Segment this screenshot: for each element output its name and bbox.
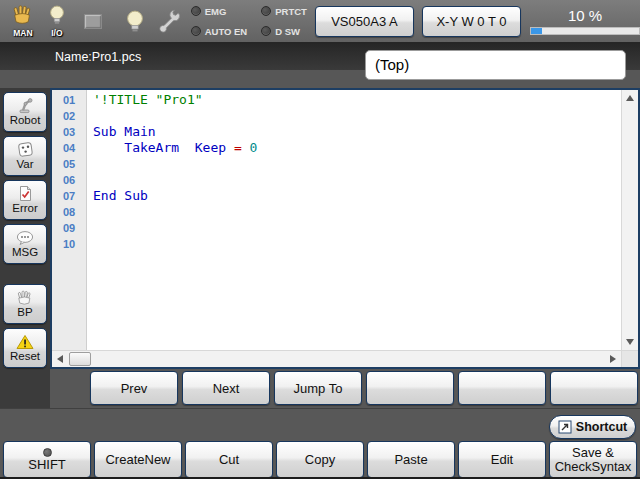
- code-line: Sub Main: [93, 124, 621, 140]
- indicator-auto-en: AUTO EN: [191, 24, 248, 38]
- led-icon: [261, 6, 271, 16]
- sidebar-item-var[interactable]: Var: [3, 136, 47, 176]
- indicator-label: AUTO EN: [205, 26, 248, 37]
- speed-bar-fill: [531, 28, 542, 34]
- code-segment: TakeArm Keep: [93, 140, 234, 155]
- scroll-right-icon[interactable]: [610, 355, 616, 363]
- code-segment: =: [234, 140, 242, 155]
- warning-triangle-icon: [16, 333, 34, 350]
- nav-button-blank-5[interactable]: [458, 371, 546, 405]
- indicator-grid: EMGAUTO ENPRTCTD SW: [191, 4, 307, 38]
- bottom-button-label: Save & CheckSyntax: [555, 446, 632, 474]
- bottom-button-createnew[interactable]: CreateNew: [94, 441, 182, 478]
- sidebar-item-label: BP: [17, 306, 32, 319]
- line-number: 01: [52, 92, 86, 108]
- scroll-down-icon[interactable]: [626, 339, 634, 345]
- code-line: [93, 236, 621, 252]
- shortcut-label: Shortcut: [576, 420, 627, 434]
- scroll-up-icon[interactable]: [626, 95, 634, 101]
- sidebar: RobotVarErrorMSGBPReset: [0, 88, 50, 408]
- code-lines[interactable]: '!TITLE "Pro1" Sub Main TakeArm Keep = 0…: [87, 90, 621, 350]
- bottom-button-paste[interactable]: Paste: [367, 441, 455, 478]
- sidebar-item-msg[interactable]: MSG: [3, 224, 47, 264]
- robot-arm-icon: [16, 97, 34, 114]
- hand-man-icon: [11, 5, 35, 29]
- hand-icon: [16, 289, 34, 306]
- code-pane[interactable]: 01020304050607080910 '!TITLE "Pro1" Sub …: [52, 90, 621, 350]
- speed-display[interactable]: 10 %: [530, 7, 640, 35]
- bottom-button-label: CreateNew: [105, 453, 170, 467]
- program-name: Name:Pro1.pcs: [55, 50, 141, 64]
- bottom-button-shift[interactable]: SHIFT: [3, 441, 91, 478]
- horizontal-scroll-thumb[interactable]: [69, 352, 91, 366]
- io-label: I/O: [51, 28, 62, 38]
- bottom-button-label: SHIFT: [28, 458, 66, 472]
- shortcut-icon: [558, 420, 572, 434]
- io-bulb-icon: [48, 5, 66, 29]
- dice-icon: [17, 141, 34, 158]
- status-square-icon: [80, 14, 106, 29]
- led-icon: [191, 6, 201, 16]
- scope-field[interactable]: (Top): [365, 50, 626, 80]
- code-line: '!TITLE "Pro1": [93, 92, 621, 108]
- line-number: 04: [52, 140, 86, 156]
- code-segment: Sub Main: [93, 124, 156, 139]
- indicator-emg: EMG: [191, 4, 248, 18]
- code-editor[interactable]: 01020304050607080910 '!TITLE "Pro1" Sub …: [50, 88, 640, 369]
- robot-type-button[interactable]: VS050A3 A: [315, 6, 414, 37]
- bottom-button-label: Cut: [219, 453, 239, 467]
- shortcut-button[interactable]: Shortcut: [549, 415, 636, 439]
- wrench-icon: [154, 8, 180, 34]
- sidebar-item-error[interactable]: Error: [3, 180, 47, 220]
- sidebar-item-bp[interactable]: BP: [3, 284, 47, 324]
- led-icon: [261, 26, 271, 36]
- error-document-icon: [17, 185, 33, 202]
- top-toolbar: MAN I/O EMGAUTO ENPRTCTD SW VS050A3 A X-…: [0, 0, 640, 44]
- scroll-left-icon[interactable]: [57, 355, 63, 363]
- sidebar-item-label: Reset: [10, 350, 40, 363]
- code-line: [93, 220, 621, 236]
- vertical-scrollbar[interactable]: [621, 90, 638, 350]
- sidebar-item-label: MSG: [12, 246, 38, 259]
- line-number: 02: [52, 108, 86, 124]
- nav-button-blank-4[interactable]: [366, 371, 454, 405]
- indicator-d-sw: D SW: [261, 24, 307, 38]
- speed-value: 10 %: [568, 7, 602, 25]
- lamp-icon: [122, 10, 148, 33]
- bottom-button-edit[interactable]: Edit: [458, 441, 546, 478]
- code-segment: '!TITLE "Pro1": [93, 92, 203, 107]
- code-line: [93, 172, 621, 188]
- indicator-label: D SW: [275, 26, 300, 37]
- line-number: 06: [52, 172, 86, 188]
- line-number: 07: [52, 188, 86, 204]
- bottom-button-label: Copy: [305, 453, 335, 467]
- nav-button-blank-6[interactable]: [550, 371, 638, 405]
- line-number: 08: [52, 204, 86, 220]
- sidebar-item-robot[interactable]: Robot: [3, 92, 47, 132]
- nav-button-prev[interactable]: Prev: [90, 371, 178, 405]
- nav-button-jump-to[interactable]: Jump To: [274, 371, 362, 405]
- sidebar-item-label: Var: [16, 158, 33, 171]
- message-bubble-icon: [15, 229, 35, 246]
- bottom-button-label: Edit: [491, 453, 513, 467]
- sidebar-item-label: Robot: [10, 114, 41, 127]
- sidebar-item-reset[interactable]: Reset: [3, 328, 47, 368]
- line-number: 03: [52, 124, 86, 140]
- bottom-button-save[interactable]: Save & CheckSyntax: [549, 441, 637, 478]
- code-line: [93, 108, 621, 124]
- bottom-button-label: Paste: [394, 453, 427, 467]
- nav-button-next[interactable]: Next: [182, 371, 270, 405]
- indicator-label: EMG: [205, 6, 227, 17]
- bottom-button-copy[interactable]: Copy: [276, 441, 364, 478]
- io-lamp: I/O: [44, 5, 70, 38]
- code-segment: 0: [250, 140, 258, 155]
- horizontal-scrollbar[interactable]: [52, 350, 621, 367]
- bottom-button-cut[interactable]: Cut: [185, 441, 273, 478]
- code-line: [93, 204, 621, 220]
- sidebar-item-label: Error: [12, 202, 38, 215]
- line-number: 10: [52, 236, 86, 252]
- man-label: MAN: [13, 28, 32, 38]
- line-number: 09: [52, 220, 86, 236]
- coordinate-mode-button[interactable]: X-Y W 0 T 0: [422, 6, 521, 37]
- scrollbar-corner: [621, 350, 638, 367]
